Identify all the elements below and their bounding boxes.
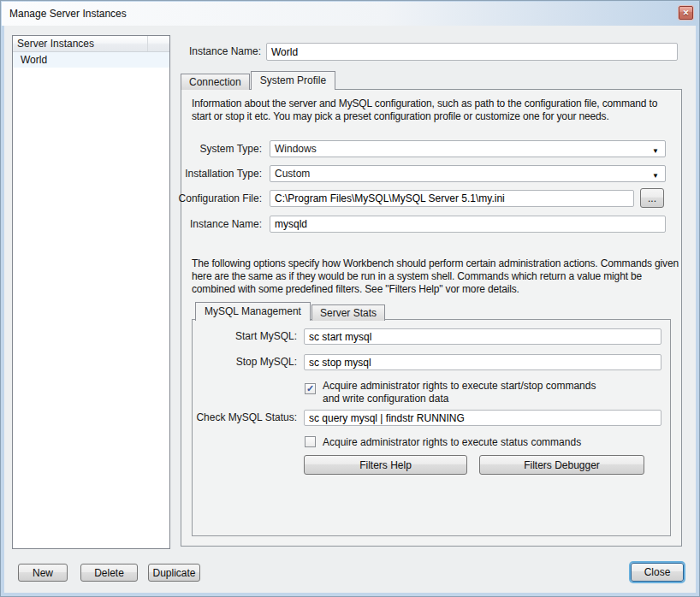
instance-name-input[interactable] bbox=[266, 43, 678, 61]
chevron-down-icon: ▼ bbox=[652, 168, 659, 184]
title-bar[interactable]: Manage Server Instances ✕ bbox=[2, 2, 698, 26]
installation-type-select[interactable]: Custom ▼ bbox=[270, 165, 666, 182]
tab-connection[interactable]: Connection bbox=[181, 74, 250, 90]
acquire-startstop-line2: and write configuration data bbox=[323, 393, 665, 405]
profile-tab-strip: Connection System Profile bbox=[181, 71, 336, 90]
close-button[interactable]: Close bbox=[631, 563, 684, 582]
acquire-startstop-checkbox[interactable]: ✓ bbox=[305, 383, 316, 394]
configuration-file-input[interactable] bbox=[270, 190, 634, 207]
window-title: Manage Server Instances bbox=[9, 8, 127, 20]
tab-server-stats[interactable]: Server Stats bbox=[311, 304, 385, 321]
tab-mysql-management[interactable]: MySQL Management bbox=[195, 302, 311, 321]
stop-mysql-input[interactable] bbox=[304, 354, 661, 370]
system-type-select[interactable]: Windows ▼ bbox=[270, 140, 666, 157]
chevron-down-icon: ▼ bbox=[652, 144, 659, 159]
instance-name-label: Instance Name: bbox=[172, 43, 261, 61]
profile-intro-text: Information about the server and MySQL c… bbox=[192, 98, 678, 123]
check-icon: ✓ bbox=[306, 384, 315, 393]
management-tab-strip: MySQL Management Server Stats bbox=[195, 302, 386, 321]
check-mysql-status-input[interactable] bbox=[304, 410, 661, 426]
acquire-startstop-line1: Acquire administrator rights to execute … bbox=[323, 380, 665, 393]
installation-type-label: Installation Type: bbox=[173, 165, 262, 182]
tab-system-profile[interactable]: System Profile bbox=[251, 71, 335, 90]
server-instances-list: Server Instances World bbox=[12, 35, 170, 549]
mysql-management-page: Start MySQL: Stop MySQL: ✓ Acquire admin… bbox=[192, 319, 671, 536]
acquire-status-checkbox[interactable] bbox=[305, 436, 316, 447]
profile-instance-name-label: Instance Name: bbox=[173, 216, 262, 233]
stop-mysql-label: Stop MySQL: bbox=[194, 354, 297, 370]
check-mysql-status-label: Check MySQL Status: bbox=[194, 410, 297, 426]
close-icon[interactable]: ✕ bbox=[679, 6, 693, 20]
start-mysql-label: Start MySQL: bbox=[194, 328, 297, 345]
system-type-label: System Type: bbox=[173, 140, 262, 157]
system-profile-page: Information about the server and MySQL c… bbox=[181, 89, 682, 547]
system-type-value: Windows bbox=[270, 143, 317, 155]
duplicate-button[interactable]: Duplicate bbox=[148, 564, 200, 582]
list-header-server-instances[interactable]: Server Instances bbox=[13, 36, 148, 51]
acquire-startstop-label[interactable]: Acquire administrator rights to execute … bbox=[323, 380, 665, 405]
filters-help-button[interactable]: Filters Help bbox=[304, 455, 467, 475]
admin-intro-text: The following options specify how Workbe… bbox=[192, 257, 681, 296]
close-glyph: ✕ bbox=[683, 9, 690, 17]
start-mysql-input[interactable] bbox=[304, 328, 661, 345]
acquire-status-label[interactable]: Acquire administrator rights to execute … bbox=[323, 436, 665, 449]
list-header: Server Instances bbox=[13, 36, 169, 52]
delete-button[interactable]: Delete bbox=[80, 564, 138, 582]
filters-debugger-button[interactable]: Filters Debugger bbox=[479, 455, 644, 475]
list-item-world[interactable]: World bbox=[13, 52, 169, 68]
configuration-file-label: Configuration File: bbox=[173, 190, 262, 207]
browse-button[interactable]: ... bbox=[640, 188, 664, 208]
new-button[interactable]: New bbox=[18, 564, 68, 582]
list-header-spacer bbox=[148, 36, 169, 51]
installation-type-value: Custom bbox=[270, 168, 310, 180]
manage-server-instances-dialog: Manage Server Instances ✕ Server Instanc… bbox=[0, 0, 700, 597]
profile-instance-name-input[interactable] bbox=[270, 216, 666, 233]
